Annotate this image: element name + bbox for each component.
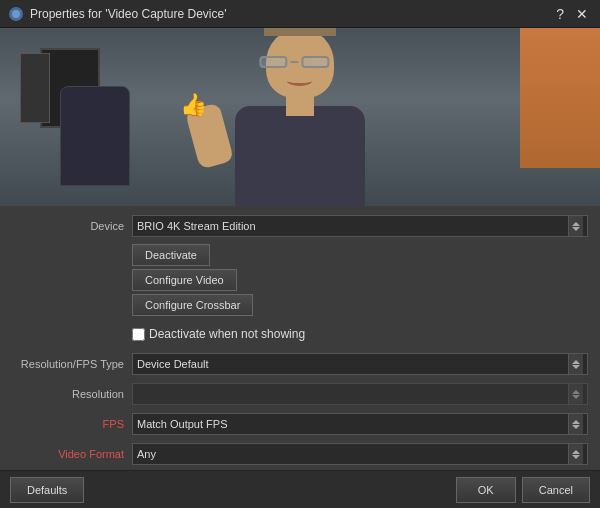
device-row: Device BRIO 4K Stream Edition xyxy=(12,214,588,238)
fps-label: FPS xyxy=(12,418,132,430)
arrow-down-icon xyxy=(572,227,580,231)
resolution-label: Resolution xyxy=(12,388,132,400)
arrow-up-icon xyxy=(572,222,580,226)
window-title: Properties for 'Video Capture Device' xyxy=(30,7,226,21)
title-bar-controls: ? ✕ xyxy=(552,7,592,21)
app-icon xyxy=(8,6,24,22)
resolution-control xyxy=(132,383,588,405)
device-select-arrow xyxy=(568,216,583,236)
arrow-down-icon xyxy=(572,425,580,429)
deactivate-checkbox[interactable] xyxy=(132,328,145,341)
resolution-select[interactable] xyxy=(132,383,588,405)
buttons-area: Deactivate Configure Video Configure Cro… xyxy=(132,244,588,316)
deactivate-check-label: Deactivate when not showing xyxy=(149,327,305,341)
title-bar-left: Properties for 'Video Capture Device' xyxy=(8,6,226,22)
action-buttons: Deactivate Configure Video Configure Cro… xyxy=(132,244,253,316)
buttons-row: Deactivate Configure Video Configure Cro… xyxy=(12,244,588,316)
device-label: Device xyxy=(12,220,132,232)
res-fps-control: Device Default xyxy=(132,353,588,375)
ok-button[interactable]: OK xyxy=(456,477,516,503)
res-fps-row: Resolution/FPS Type Device Default xyxy=(12,352,588,376)
res-fps-arrow xyxy=(568,354,583,374)
arrow-down-icon xyxy=(572,455,580,459)
video-format-label: Video Format xyxy=(12,448,132,460)
fps-arrow xyxy=(568,414,583,434)
defaults-button[interactable]: Defaults xyxy=(10,477,84,503)
video-format-select[interactable]: Any xyxy=(132,443,588,465)
svg-point-1 xyxy=(12,10,20,18)
configure-video-button[interactable]: Configure Video xyxy=(132,269,237,291)
device-control: BRIO 4K Stream Edition xyxy=(132,215,588,237)
video-canvas: 👍 xyxy=(0,28,600,206)
video-format-row: Video Format Any xyxy=(12,442,588,466)
arrow-up-icon xyxy=(572,450,580,454)
arrow-up-icon xyxy=(572,390,580,394)
close-button[interactable]: ✕ xyxy=(572,7,592,21)
form-content: Device BRIO 4K Stream Edition Deactivate… xyxy=(0,206,600,508)
video-format-control: Any xyxy=(132,443,588,465)
arrow-down-icon xyxy=(572,365,580,369)
resolution-row: Resolution xyxy=(12,382,588,406)
fps-control: Match Output FPS xyxy=(132,413,588,435)
res-fps-label: Resolution/FPS Type xyxy=(12,358,132,370)
deactivate-check-area: Deactivate when not showing xyxy=(132,327,588,341)
res-fps-select[interactable]: Device Default xyxy=(132,353,588,375)
help-button[interactable]: ? xyxy=(552,7,568,21)
arrow-up-icon xyxy=(572,420,580,424)
configure-crossbar-button[interactable]: Configure Crossbar xyxy=(132,294,253,316)
arrow-up-icon xyxy=(572,360,580,364)
video-format-arrow xyxy=(568,444,583,464)
deactivate-button[interactable]: Deactivate xyxy=(132,244,210,266)
fps-row: FPS Match Output FPS xyxy=(12,412,588,436)
deactivate-checkbox-group: Deactivate when not showing xyxy=(132,327,305,341)
bottom-right-buttons: OK Cancel xyxy=(456,477,590,503)
arrow-down-icon xyxy=(572,395,580,399)
bottom-bar: Defaults OK Cancel xyxy=(0,470,600,508)
fps-select[interactable]: Match Output FPS xyxy=(132,413,588,435)
device-select[interactable]: BRIO 4K Stream Edition xyxy=(132,215,588,237)
cancel-button[interactable]: Cancel xyxy=(522,477,590,503)
video-preview: 👍 xyxy=(0,28,600,206)
resolution-arrow xyxy=(568,384,583,404)
title-bar: Properties for 'Video Capture Device' ? … xyxy=(0,0,600,28)
deactivate-checkbox-row: Deactivate when not showing xyxy=(12,322,588,346)
